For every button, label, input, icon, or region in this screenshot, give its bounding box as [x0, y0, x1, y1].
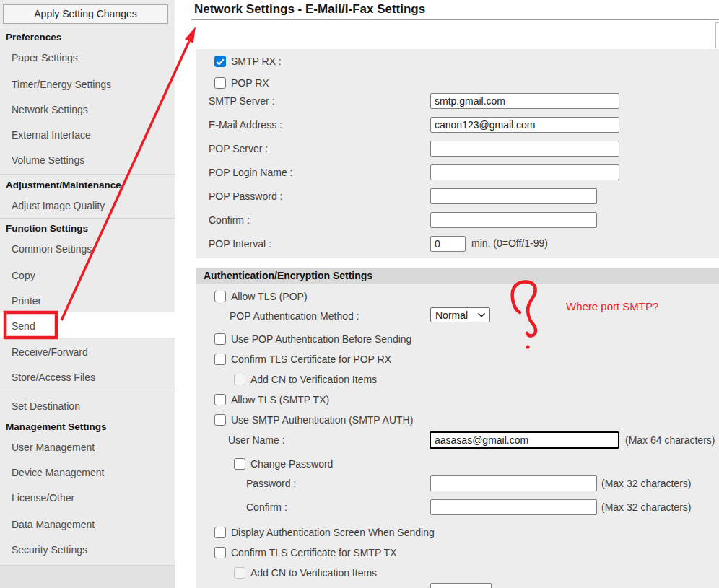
change-password-label: Change Password	[250, 457, 333, 471]
sidebar-divider	[0, 174, 175, 175]
email-address-input[interactable]	[430, 117, 619, 133]
allow-tls-pop-checkbox[interactable]	[214, 291, 226, 302]
sidebar-item-license-other[interactable]: License/Other	[12, 491, 74, 505]
pop-rx-checkbox[interactable]	[214, 77, 226, 89]
chevron-down-icon	[478, 313, 485, 317]
sidebar-item-network-settings[interactable]: Network Settings	[12, 102, 88, 117]
pop-confirm-label: Confirm :	[209, 213, 250, 227]
change-password-checkbox[interactable]	[234, 458, 245, 470]
page-title: Network Settings - E-Mail/I-Fax Settings	[194, 2, 425, 17]
partial-dropdown-cutoff[interactable]	[430, 583, 492, 588]
password-hint: (Max 32 characters)	[601, 476, 691, 491]
sidebar-item-device-management[interactable]: Device Management	[12, 465, 104, 480]
confirm-tls-cert-pop-rx-checkbox[interactable]	[214, 354, 226, 365]
sidebar-item-timer-energy-settings[interactable]: Timer/Energy Settings	[12, 77, 111, 92]
sidebar-divider	[0, 392, 175, 392]
apply-setting-changes-button[interactable]: Apply Setting Changes	[3, 4, 168, 24]
display-auth-screen-checkbox[interactable]	[214, 527, 226, 538]
smtp-rx-label: SMTP RX :	[231, 54, 282, 69]
allow-tls-smtp-tx-label: Allow TLS (SMTP TX)	[231, 392, 329, 407]
sidebar-item-common-settings[interactable]: Common Settings	[12, 242, 92, 256]
checkmark-icon	[215, 57, 225, 67]
pop-server-input[interactable]	[430, 141, 619, 157]
use-smtp-auth-checkbox[interactable]	[214, 414, 226, 426]
sidebar-item-user-management[interactable]: User Management	[12, 440, 95, 455]
password-input[interactable]	[430, 475, 597, 491]
auth-section-header-title: Authentication/Encryption Settings	[204, 268, 372, 284]
email-address-label: E-Mail Address :	[209, 118, 282, 132]
pop-password-input[interactable]	[430, 188, 597, 204]
sidebar: Apply Setting Changes Preferences Paper …	[0, 0, 175, 588]
user-name-input[interactable]	[430, 431, 619, 449]
pop-auth-method-label: POP Authentication Method :	[230, 309, 360, 323]
pop-interval-label: POP Interval :	[209, 237, 271, 251]
confirm-tls-cert-smtp-tx-checkbox[interactable]	[214, 547, 226, 558]
password-label: Password :	[246, 476, 296, 491]
sidebar-item-store-access-files[interactable]: Store/Access Files	[12, 370, 95, 385]
annotation-arrowhead	[185, 27, 196, 43]
use-pop-auth-before-sending-label: Use POP Authentication Before Sending	[231, 332, 411, 346]
sidebar-item-printer[interactable]: Printer	[12, 294, 41, 308]
allow-tls-smtp-tx-checkbox[interactable]	[214, 394, 226, 405]
sidebar-header-adjustment-maintenance: Adjustment/Maintenance	[6, 178, 121, 193]
pop-interval-suffix: min. (0=Off/1-99)	[471, 236, 548, 250]
sidebar-header-preferences: Preferences	[6, 30, 61, 45]
smtp-rx-checkbox[interactable]	[214, 56, 226, 67]
pop-rx-label: POP RX	[231, 76, 269, 90]
use-smtp-auth-label: Use SMTP Authentication (SMTP AUTH)	[231, 413, 413, 427]
remote-ui-page: Apply Setting Changes Preferences Paper …	[0, 0, 719, 588]
add-cn-verification-pop-checkbox[interactable]	[234, 374, 245, 385]
pop-login-name-input[interactable]	[430, 164, 619, 180]
pop-server-label: POP Server :	[209, 141, 268, 156]
sidebar-item-external-interface[interactable]: External Interface	[12, 128, 91, 142]
confirm-tls-cert-pop-rx-label: Confirm TLS Certificate for POP RX	[231, 352, 391, 367]
add-cn-verification-smtp-checkbox[interactable]	[234, 567, 245, 579]
sidebar-item-set-destination[interactable]: Set Destination	[12, 399, 80, 413]
confirm-hint: (Max 32 characters)	[601, 500, 691, 514]
confirm-input[interactable]	[430, 499, 597, 515]
sidebar-divider	[0, 218, 175, 219]
user-name-label: User Name :	[228, 433, 285, 447]
sidebar-item-data-management[interactable]: Data Management	[12, 517, 95, 532]
confirm-label: Confirm :	[246, 500, 287, 514]
pop-login-name-label: POP Login Name :	[209, 165, 292, 180]
pop-interval-input[interactable]	[430, 236, 466, 252]
sidebar-bottom-strip	[0, 566, 175, 588]
smtp-server-label: SMTP Server :	[209, 94, 275, 108]
sidebar-header-management-settings: Management Settings	[6, 420, 107, 434]
add-cn-verification-pop-label: Add CN to Verification Items	[250, 372, 377, 387]
confirm-tls-cert-smtp-tx-label: Confirm TLS Certificate for SMTP TX	[231, 545, 397, 560]
sidebar-header-function-settings: Function Settings	[6, 221, 88, 236]
title-divider	[191, 19, 719, 20]
pop-auth-method-select[interactable]: Normal	[430, 307, 490, 322]
pop-auth-method-value: Normal	[435, 310, 468, 321]
use-pop-auth-before-sending-checkbox[interactable]	[214, 333, 226, 345]
sidebar-item-send[interactable]: Send	[12, 319, 35, 333]
pop-password-label: POP Password :	[209, 189, 282, 203]
sidebar-item-volume-settings[interactable]: Volume Settings	[12, 153, 84, 167]
display-auth-screen-label: Display Authentication Screen When Sendi…	[231, 525, 435, 540]
scrollbar-stub[interactable]	[715, 22, 719, 48]
sidebar-item-paper-settings[interactable]: Paper Settings	[12, 51, 78, 65]
sidebar-item-copy[interactable]: Copy	[12, 268, 35, 283]
user-name-hint: (Max 64 characters)	[625, 433, 715, 447]
allow-tls-pop-label: Allow TLS (POP)	[231, 289, 308, 304]
sidebar-item-adjust-image-quality[interactable]: Adjust Image Quality	[12, 198, 105, 213]
add-cn-verification-smtp-label: Add CN to Verification Items	[250, 566, 377, 580]
pop-confirm-input[interactable]	[430, 212, 597, 228]
smtp-server-input[interactable]	[430, 93, 619, 109]
sidebar-item-security-settings[interactable]: Security Settings	[12, 543, 87, 557]
sidebar-item-receive-forward[interactable]: Receive/Forward	[12, 345, 88, 359]
